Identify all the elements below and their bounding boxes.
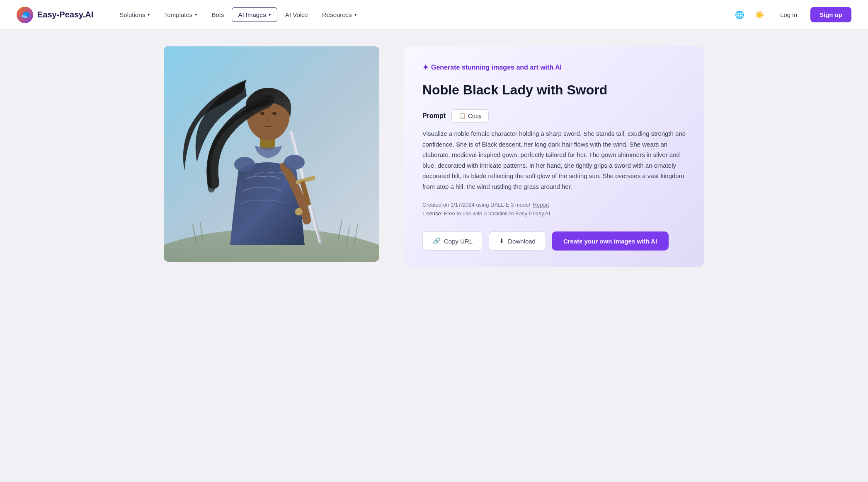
action-buttons: 🔗 Copy URL ⬇ Download Create your own im… — [422, 231, 686, 251]
nav-ai-images[interactable]: AI Images ▾ — [232, 7, 277, 22]
nav-bots[interactable]: Bots — [205, 7, 230, 22]
copy-url-button[interactable]: 🔗 Copy URL — [422, 231, 483, 251]
chevron-down-icon: ▾ — [269, 12, 271, 17]
globe-button[interactable]: 🌐 — [732, 7, 747, 22]
svg-point-16 — [284, 155, 305, 170]
sun-icon: ☀️ — [755, 10, 764, 19]
signup-button[interactable]: Sign up — [810, 7, 851, 22]
nav-templates[interactable]: Templates ▾ — [158, 7, 204, 22]
header-right: 🌐 ☀️ Log in Sign up — [732, 7, 851, 22]
image-title: Noble Black Lady with Sword — [422, 82, 686, 98]
copy-icon: 📋 — [458, 113, 466, 119]
meta-info: Created on 1/17/2024 using DALL-E 3 mode… — [422, 202, 686, 208]
download-icon: ⬇ — [499, 237, 504, 245]
license-info: License: Free to use with a backlink to … — [422, 210, 686, 217]
info-panel: ✦ Generate stunning images and art with … — [404, 46, 704, 267]
image-panel — [164, 46, 379, 262]
hero-image — [164, 46, 379, 262]
chevron-down-icon: ▾ — [354, 12, 357, 17]
spark-icon: ✦ — [422, 63, 429, 72]
prompt-text: Visualize a noble female character holdi… — [422, 128, 686, 192]
theme-toggle[interactable]: ☀️ — [752, 7, 767, 22]
globe-icon: 🌐 — [735, 10, 744, 19]
logo[interactable]: 🧢 Easy-Peasy.AI — [17, 7, 93, 23]
prompt-label: Prompt — [422, 112, 446, 120]
header: 🧢 Easy-Peasy.AI Solutions ▾ Templates ▾ … — [0, 0, 868, 30]
svg-point-15 — [234, 157, 255, 172]
generate-badge: ✦ Generate stunning images and art with … — [422, 63, 686, 72]
login-button[interactable]: Log in — [772, 8, 805, 22]
create-images-button[interactable]: Create your own images with AI — [552, 231, 669, 251]
chevron-down-icon: ▾ — [148, 12, 150, 17]
logo-icon: 🧢 — [17, 7, 33, 23]
hero-image-svg — [164, 46, 379, 262]
nav-ai-voice[interactable]: AI Voice — [279, 7, 314, 22]
svg-point-10 — [272, 112, 276, 115]
report-link[interactable]: Report — [533, 202, 549, 208]
main-content: ✦ Generate stunning images and art with … — [144, 30, 724, 284]
nav-resources[interactable]: Resources ▾ — [316, 7, 363, 22]
nav-solutions[interactable]: Solutions ▾ — [113, 7, 156, 22]
download-button[interactable]: ⬇ Download — [489, 231, 546, 251]
svg-point-9 — [260, 112, 264, 115]
prompt-section: Prompt 📋 Copy Visualize a noble female c… — [422, 109, 686, 192]
link-icon: 🔗 — [433, 237, 441, 245]
copy-prompt-button[interactable]: 📋 Copy — [451, 109, 489, 123]
prompt-header: Prompt 📋 Copy — [422, 109, 686, 123]
logo-text: Easy-Peasy.AI — [37, 10, 93, 19]
license-link[interactable]: License — [422, 210, 441, 217]
chevron-down-icon: ▾ — [195, 12, 197, 17]
main-nav: Solutions ▾ Templates ▾ Bots AI Images ▾… — [113, 7, 732, 22]
